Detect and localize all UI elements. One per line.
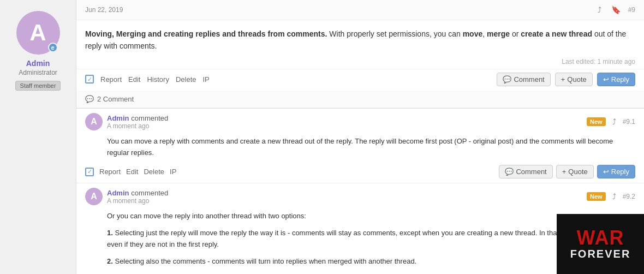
reply-icon: ↩ [603,75,609,84]
select-checkbox[interactable] [85,75,94,84]
watermark-line1: WAR [570,228,631,248]
ip-link[interactable]: IP [202,75,209,84]
comment-share-button-2[interactable]: ⤴ [610,191,618,202]
comment-button[interactable]: 💬 Comment [497,73,550,86]
comment-delete-1[interactable]: Delete [144,168,164,176]
comment-number-1: #9.1 [623,118,635,126]
comments-count-label: 2 Comment [97,95,134,103]
post-actions-left: Report Edit History Delete IP [85,75,210,84]
comments-header: 💬 2 Comment [76,91,644,108]
post-actions: Report Edit History Delete IP 💬 Comment … [76,69,644,91]
list-num-2: 2. [107,257,113,265]
comment-actions-left-1: Report Edit Delete IP [85,168,176,176]
comment-edit-1[interactable]: Edit [126,168,138,176]
comment-author-row-1: A Admin commented A moment ago [85,113,168,130]
comment-report-1[interactable]: Report [99,168,121,176]
post-number: #9 [628,6,635,14]
comment-verb-2: commented [131,189,168,197]
comment-header-1: A Admin commented A moment ago New ⤴ #9.… [76,109,644,133]
post-actions-right: 💬 Comment + Quote ↩ Reply [497,73,635,86]
reply-icon-1: ↩ [603,168,609,176]
keyword-move: move [463,29,483,38]
list-item-2: 2. Selecting also the comments - comment… [107,256,635,267]
comment-quote-btn-1[interactable]: + Quote [556,165,594,178]
comment-body-intro-2: Or you can move the reply into another t… [107,211,635,222]
comment-time-2: A moment ago [107,197,168,205]
comment-author-info-2: Admin commented A moment ago [107,188,168,205]
post-body: Moving, Merging and creating replies and… [76,20,644,58]
new-badge-1: New [587,117,606,126]
edit-link[interactable]: Edit [128,75,140,84]
post-title-bold: Moving, Merging and creating replies and… [85,29,327,38]
comment-comment-btn-1[interactable]: 💬 Comment [499,165,552,178]
post-header-actions: ⤴ 🔖 #9 [595,4,635,15]
avatar: A e [16,11,60,55]
comment-author-info-1: Admin commented A moment ago [107,114,168,130]
list-text-2: Selecting also the comments - comments w… [115,257,416,265]
comment-time-1: A moment ago [107,122,168,130]
comment-numbered-list-2: 1. Selecting just the reply will move th… [107,228,635,267]
comment-share-button-1[interactable]: ⤴ [610,116,618,127]
watermark-line2: FOREVER [570,248,631,260]
list-item-1: 1. Selecting just the reply will move th… [107,228,635,251]
comment-header-right-2: New ⤴ #9.2 [587,191,635,202]
post-edited: Last edited: 1 minute ago [76,58,644,69]
sidebar: A e Admin Administrator Staff member [0,0,76,274]
watermark: WAR FOREVER [557,214,644,274]
comment-checkbox-1[interactable] [85,168,94,176]
comment-bubble-icon: 💬 [85,95,94,103]
delete-link[interactable]: Delete [176,75,196,84]
username[interactable]: Admin [26,59,50,68]
comment-header-right-1: New ⤴ #9.1 [587,116,635,127]
comment-ip-1[interactable]: IP [170,168,176,176]
comment-author-row-2: A Admin commented A moment ago [85,188,168,205]
user-badge: e [48,43,58,52]
post-date: Jun 22, 2019 [85,6,123,14]
comment-verb-1: commented [131,114,168,122]
staff-badge: Staff member [15,81,61,91]
bookmark-button[interactable]: 🔖 [609,4,623,15]
comment-number-2: #9.2 [623,193,635,200]
history-link[interactable]: History [147,75,169,84]
comment-header-2: A Admin commented A moment ago New ⤴ #9.… [76,183,644,207]
reply-button[interactable]: ↩ Reply [597,73,635,86]
comment-reply-btn-1[interactable]: ↩ Reply [597,165,635,178]
post-block: Jun 22, 2019 ⤴ 🔖 #9 Moving, Merging and … [76,0,644,109]
comment-icon-1: 💬 [505,168,514,176]
plus-icon: + [561,75,565,84]
comment-author-name-1[interactable]: Admin [107,114,129,122]
new-badge-2: New [587,192,606,201]
list-text-1: Selecting just the reply will move the r… [107,229,625,248]
user-role: Administrator [19,69,57,76]
post-header: Jun 22, 2019 ⤴ 🔖 #9 [76,0,644,20]
comment-author-name-2[interactable]: Admin [107,189,129,197]
page-wrapper: A e Admin Administrator Staff member Jun… [0,0,644,274]
comment-actions-1: Report Edit Delete IP 💬 Comment + Quote [76,163,644,183]
comment-avatar-2: A [85,188,103,205]
comment-actions-right-1: 💬 Comment + Quote ↩ Reply [499,165,635,178]
comment-icon: 💬 [503,75,511,84]
plus-icon-1: + [562,168,567,176]
keyword-create: create a new thread [521,29,592,38]
comment-body-1: You can move a reply with comments and c… [76,133,644,163]
comment-block-1: A Admin commented A moment ago New ⤴ #9.… [76,109,644,184]
quote-button[interactable]: + Quote [555,73,593,86]
comment-avatar-1: A [85,113,103,130]
report-link[interactable]: Report [100,75,122,84]
list-num-1: 1. [107,229,113,237]
share-button[interactable]: ⤴ [595,4,604,15]
keyword-merge: merge [487,29,510,38]
